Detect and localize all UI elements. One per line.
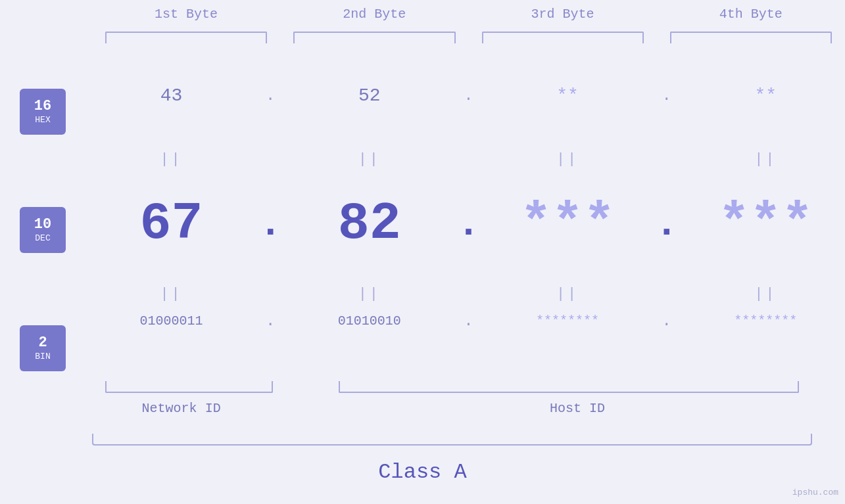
main-container: 1st Byte 2nd Byte 3rd Byte 4th Byte 16 H… bbox=[0, 0, 845, 504]
hex-byte4: ** bbox=[687, 85, 845, 106]
watermark: ipshu.com bbox=[792, 488, 838, 497]
top-bracket-row bbox=[92, 32, 845, 43]
bracket-2 bbox=[293, 32, 455, 43]
col-header-3: 3rd Byte bbox=[469, 7, 657, 24]
header-row: 1st Byte 2nd Byte 3rd Byte 4th Byte bbox=[92, 7, 845, 24]
bin-dot2: . bbox=[449, 312, 489, 330]
hex-dot3: . bbox=[647, 87, 687, 104]
bin-dot1: . bbox=[251, 312, 290, 330]
badges-column: 16 HEX 10 DEC 2 BIN bbox=[20, 0, 66, 407]
bin-badge-num: 2 bbox=[38, 335, 47, 351]
dec-byte3: *** bbox=[489, 194, 647, 254]
hex-byte2: 52 bbox=[290, 85, 448, 106]
dec-row: 67 . 82 . *** . *** bbox=[92, 194, 845, 254]
hex-badge-label: HEX bbox=[35, 115, 50, 125]
dec-dot3: . bbox=[647, 202, 687, 246]
hex-byte3: ** bbox=[489, 85, 647, 106]
bracket-3 bbox=[482, 32, 644, 43]
class-label: Class A bbox=[0, 460, 845, 484]
dec-badge-num: 10 bbox=[34, 217, 51, 233]
bin-byte2: 01010010 bbox=[290, 313, 448, 329]
class-bracket bbox=[92, 434, 812, 446]
hex-dot1: . bbox=[251, 87, 290, 104]
network-id-label: Network ID bbox=[92, 401, 270, 416]
hex-row: 43 . 52 . ** . ** bbox=[92, 85, 845, 106]
hex-badge-num: 16 bbox=[34, 99, 51, 114]
col-header-4: 4th Byte bbox=[657, 7, 845, 24]
dec-badge: 10 DEC bbox=[20, 207, 66, 253]
eq2-b1: || bbox=[92, 286, 251, 302]
bracket-1 bbox=[105, 32, 267, 43]
dec-byte4: *** bbox=[687, 194, 845, 254]
eq1-b3: || bbox=[489, 151, 647, 168]
hex-dot2: . bbox=[449, 87, 489, 104]
hex-byte1: 43 bbox=[92, 85, 251, 106]
eq2-b3: || bbox=[489, 286, 647, 302]
dec-dot2: . bbox=[449, 202, 489, 246]
bin-byte1: 01000011 bbox=[92, 313, 251, 329]
network-bracket bbox=[105, 381, 273, 393]
eq2-b4: || bbox=[687, 286, 845, 302]
eq1-b1: || bbox=[92, 151, 251, 168]
eq-row-1: || || || || bbox=[92, 151, 845, 168]
bracket-4 bbox=[670, 32, 832, 43]
bottom-bracket-area bbox=[92, 381, 812, 393]
eq1-b4: || bbox=[687, 151, 845, 168]
host-bracket bbox=[339, 381, 799, 393]
dec-byte1: 67 bbox=[92, 194, 251, 254]
bin-badge: 2 BIN bbox=[20, 325, 66, 371]
dec-badge-label: DEC bbox=[35, 233, 50, 243]
bin-badge-label: BIN bbox=[35, 352, 50, 361]
dec-dot1: . bbox=[251, 202, 290, 246]
bin-row: 01000011 . 01010010 . ******** . *******… bbox=[92, 312, 845, 330]
dec-byte2: 82 bbox=[290, 194, 448, 254]
eq1-b2: || bbox=[290, 151, 448, 168]
col-header-1: 1st Byte bbox=[92, 7, 280, 24]
host-id-label: Host ID bbox=[310, 401, 845, 416]
bin-dot3: . bbox=[647, 312, 687, 330]
bin-byte3: ******** bbox=[489, 313, 647, 329]
eq2-b2: || bbox=[290, 286, 448, 302]
col-header-2: 2nd Byte bbox=[280, 7, 468, 24]
eq-row-2: || || || || bbox=[92, 286, 845, 302]
id-label-row: Network ID Host ID bbox=[92, 401, 845, 416]
hex-badge: 16 HEX bbox=[20, 89, 66, 135]
bin-byte4: ******** bbox=[687, 313, 845, 329]
